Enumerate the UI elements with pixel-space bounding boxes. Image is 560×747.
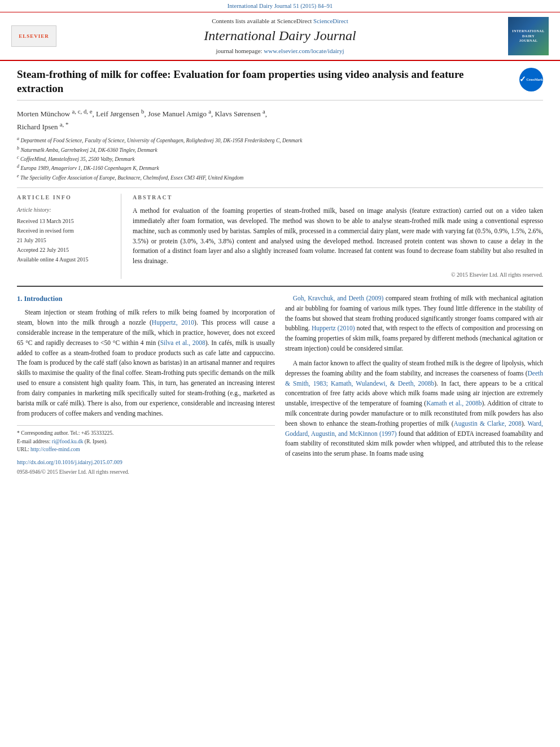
issn-line: 0958-6946/© 2015 Elsevier Ltd. All right… [17,468,275,477]
header-center: Contents lists available at ScienceDirec… [62,17,498,55]
body-col-left: 1. Introduction Steam injection or steam… [17,294,275,476]
article-info-heading: ARTICLE INFO [17,194,113,202]
abstract-text: A method for evaluation of the foaming p… [133,206,543,267]
ref-deeth1983[interactable]: Deeth & Smith, 1983; Kamath, Wulandewi, … [285,370,543,387]
affiliation-b: b Naturmælk Amba, Garrebækvej 24, DK-636… [17,145,543,154]
article-history-label: Article history: [17,206,113,214]
article-title: Steam-frothing of milk for coffee: Evalu… [17,68,513,95]
corresponding-footnote: * Corresponding author. Tel.: +45 353332… [17,429,275,437]
header-right: INTERNATIONALDAIRYJOURNAL [504,17,549,55]
article-dates: Received 13 March 2015 Received in revis… [17,216,113,264]
affiliation-c: c CoffeeMind, Hønsteloftsvej 35, 2500 Va… [17,154,543,163]
main-content: Steam-frothing of milk for coffee: Evalu… [0,61,560,483]
affiliation-d: d Europa 1989, Amageriorv 1, DK-1160 Cop… [17,163,543,172]
section1-heading: 1. Introduction [17,294,275,304]
url-link[interactable]: http://coffee-mind.com [30,447,80,452]
journal-logo-box: INTERNATIONALDAIRYJOURNAL [508,17,549,55]
article-title-section: Steam-frothing of milk for coffee: Evalu… [17,68,543,101]
body-col-right: Goh, Kravchuk, and Deeth (2009) compared… [285,294,543,476]
elsevier-logo: ELSEVIER [11,25,56,47]
copyright-line: © 2015 Elsevier Ltd. All rights reserved… [133,271,543,279]
email-footnote: E-mail address: ri@food.ku.dk (R. Ipsen)… [17,438,275,445]
authors-line: Morten Münchow a, c, d, e, Leif Jørgense… [17,106,543,132]
affiliation-e: e The Speciality Coffee Association of E… [17,173,543,182]
ref-silva2008[interactable]: Silva et al., 2008 [160,339,205,346]
header-left: ELSEVIER [11,25,56,47]
homepage-link[interactable]: www.elsevier.com/locate/idairyj [264,47,344,54]
footnote-section: * Corresponding author. Tel.: +45 353332… [17,425,275,453]
body-two-col: 1. Introduction Steam injection or steam… [17,294,543,476]
available-date: Available online 4 August 2015 [17,255,113,264]
homepage-line: journal homepage: www.elsevier.com/locat… [62,47,498,55]
affiliations: a Department of Food Science, Faculty of… [17,136,543,182]
affiliation-a: a Department of Food Science, Faculty of… [17,136,543,145]
ref-huppertz2010[interactable]: Huppertz, 2010 [152,319,194,326]
doi-link[interactable]: http://dx.doi.org/10.1016/j.idairyj.2015… [17,458,275,467]
email-link[interactable]: ri@food.ku.dk [52,439,84,444]
crossmark-badge[interactable]: ✓ CrossMark [519,68,543,91]
accepted-date: Accepted 22 July 2015 [17,245,113,255]
received-date: Received 13 March 2015 [17,216,113,226]
ref-huppertz2010b[interactable]: Huppertz (2010) [312,325,355,331]
abstract-heading: ABSTRACT [133,194,543,202]
abstract-col: ABSTRACT A method for evaluation of the … [133,194,543,279]
two-col-section: ARTICLE INFO Article history: Received 1… [17,187,543,279]
ref-goh2009[interactable]: Goh, Kravchuk, and Deeth (2009) [293,295,384,302]
sciencedirect-link[interactable]: ScienceDirect [313,18,348,24]
doi-section: http://dx.doi.org/10.1016/j.idairyj.2015… [17,458,275,476]
ref-kamath2008b[interactable]: Kamath et al., 2008b [426,400,482,407]
right-para-1: Goh, Kravchuk, and Deeth (2009) compared… [285,294,543,354]
article-info-col: ARTICLE INFO Article history: Received 1… [17,194,121,279]
journal-title: International Dairy Journal [62,27,498,46]
section-divider [17,286,543,287]
revised-date: Received in revised form21 July 2015 [17,226,113,245]
contents-available-line: Contents lists available at ScienceDirec… [62,17,498,25]
right-para-2: A main factor known to affect the qualit… [285,359,543,459]
journal-reference: International Dairy Journal 51 (2015) 84… [0,0,560,12]
journal-header: ELSEVIER Contents lists available at Sci… [0,12,560,61]
ref-augustin2008[interactable]: Augustin & Clarke, 2008 [454,420,522,427]
journal-ref-text: International Dairy Journal 51 (2015) 84… [228,3,333,9]
url-footnote: URL: http://coffee-mind.com [17,445,275,453]
intro-para-1: Steam injection or steam frothing of mil… [17,308,275,418]
